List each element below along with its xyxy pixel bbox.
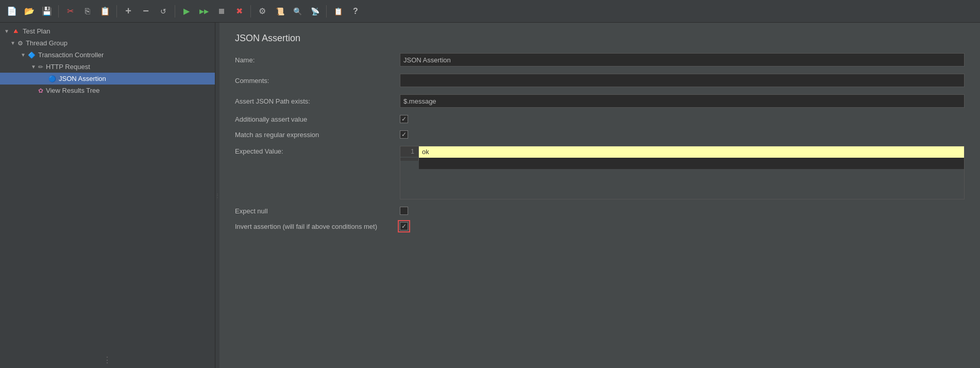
tree-label-http-request: HTTP Request	[46, 63, 90, 71]
match-regex-row: Match as regular expression	[235, 130, 965, 139]
tree-label-view-results-tree: View Results Tree	[46, 87, 100, 94]
expected-value-label: Expected Value:	[235, 146, 400, 155]
test-plan-icon: 🔺	[11, 27, 20, 35]
tree-label-json-assertion: JSON Assertion	[59, 75, 106, 82]
assert-path-row: Assert JSON Path exists:	[235, 94, 965, 108]
run-no-pause-btn[interactable]: ▶▶	[196, 4, 212, 19]
reset-btn[interactable]: ↺	[156, 4, 171, 19]
help-btn[interactable]: ?	[348, 4, 363, 19]
settings-btn[interactable]: ⚙	[255, 4, 270, 19]
form-title: JSON Assertion	[235, 33, 965, 44]
stop-btn[interactable]: ⏹	[214, 4, 229, 19]
additionally-assert-row: Additionally assert value	[235, 115, 965, 123]
cut-btn[interactable]: ✂	[62, 4, 78, 19]
editor-content-1[interactable]: ok	[419, 146, 964, 158]
expect-null-row: Expect null	[235, 207, 965, 215]
tree-area: ▼ 🔺 Test Plan ▼ ⚙ Thread Group ▼ 🔷 Trans…	[0, 23, 215, 352]
expect-null-checkbox[interactable]	[400, 207, 408, 215]
log-btn[interactable]: 📋	[330, 4, 346, 19]
save-btn[interactable]: 💾	[39, 4, 55, 19]
transaction-controller-icon: 🔷	[28, 52, 36, 59]
toolbar: 📄 📂 💾 ✂ ⎘ 📋 + − ↺ ▶ ▶▶ ⏹ ✖ ⚙ 📜 🔍 📡 📋 ?	[0, 0, 980, 23]
name-input[interactable]	[400, 53, 965, 66]
editor-gutter-2	[400, 158, 419, 161]
tree-item-view-results-tree[interactable]: ✿ View Results Tree	[0, 85, 215, 96]
assert-path-label: Assert JSON Path exists:	[235, 97, 400, 105]
invert-assertion-checkbox[interactable]	[400, 222, 408, 230]
sep4	[250, 5, 251, 18]
expect-null-label: Expect null	[235, 207, 400, 215]
sep5	[326, 5, 327, 18]
sep2	[116, 5, 117, 18]
name-label: Name:	[235, 56, 400, 64]
view-results-tree-icon: ✿	[38, 87, 43, 94]
tree-arrow-http: ▼	[31, 64, 36, 70]
left-panel: ▼ 🔺 Test Plan ▼ ⚙ Thread Group ▼ 🔷 Trans…	[0, 23, 215, 368]
invert-assertion-label: Invert assertion (will fail if above con…	[235, 223, 400, 230]
script-btn[interactable]: 📜	[272, 4, 288, 19]
comments-row: Comments:	[235, 74, 965, 87]
shutdown-btn[interactable]: ✖	[231, 4, 247, 19]
sep3	[175, 5, 175, 18]
remote-btn[interactable]: 📡	[307, 4, 323, 19]
editor-gutter-1: 1	[400, 146, 419, 157]
right-panel: JSON Assertion Name: Comments: Assert JS…	[219, 23, 980, 368]
remove-btn[interactable]: −	[138, 4, 154, 19]
expected-value-editor: 1 ok	[400, 146, 965, 199]
tree-item-test-plan[interactable]: ▼ 🔺 Test Plan	[0, 25, 215, 37]
invert-assertion-row: Invert assertion (will fail if above con…	[235, 222, 965, 230]
additionally-assert-label: Additionally assert value	[235, 115, 400, 123]
expected-value-row: Expected Value: 1 ok	[235, 146, 965, 199]
tree-label-transaction-controller: Transaction Controller	[38, 51, 104, 59]
open-btn[interactable]: 📂	[22, 4, 37, 19]
add-btn[interactable]: +	[121, 4, 136, 19]
tree-item-json-assertion[interactable]: 🔵 JSON Assertion	[0, 73, 215, 85]
tree-item-http-request[interactable]: ▼ ✏ HTTP Request	[0, 61, 215, 73]
thread-group-icon: ⚙	[18, 40, 23, 47]
json-assertion-icon: 🔵	[48, 75, 56, 82]
name-row: Name:	[235, 53, 965, 66]
sep1	[58, 5, 59, 18]
new-file-btn[interactable]: 📄	[4, 4, 20, 19]
comments-input[interactable]	[400, 74, 965, 87]
editor-content-2	[419, 158, 964, 169]
tree-item-thread-group[interactable]: ▼ ⚙ Thread Group	[0, 37, 215, 49]
editor-line-2	[400, 158, 964, 199]
tree-arrow: ▼	[4, 28, 9, 34]
tree-item-transaction-controller[interactable]: ▼ 🔷 Transaction Controller	[0, 49, 215, 61]
panel-resize-handle[interactable]: ⋮	[0, 352, 215, 368]
comments-label: Comments:	[235, 77, 400, 85]
panel-divider[interactable]: ⋮	[215, 23, 219, 368]
match-regex-label: Match as regular expression	[235, 131, 400, 139]
search-btn[interactable]: 🔍	[290, 4, 305, 19]
match-regex-checkbox[interactable]	[400, 130, 408, 139]
http-request-icon: ✏	[38, 63, 43, 71]
run-btn[interactable]: ▶	[179, 4, 194, 19]
paste-btn[interactable]: 📋	[97, 4, 113, 19]
tree-label-test-plan: Test Plan	[23, 27, 50, 35]
tree-arrow-thread: ▼	[10, 40, 15, 46]
copy-btn[interactable]: ⎘	[80, 4, 95, 19]
tree-arrow-tc: ▼	[21, 52, 26, 58]
assert-path-input[interactable]	[400, 94, 965, 108]
tree-label-thread-group: Thread Group	[26, 39, 67, 47]
main-layout: ▼ 🔺 Test Plan ▼ ⚙ Thread Group ▼ 🔷 Trans…	[0, 23, 980, 368]
additionally-assert-checkbox[interactable]	[400, 115, 408, 123]
editor-line-1: 1 ok	[400, 146, 964, 158]
